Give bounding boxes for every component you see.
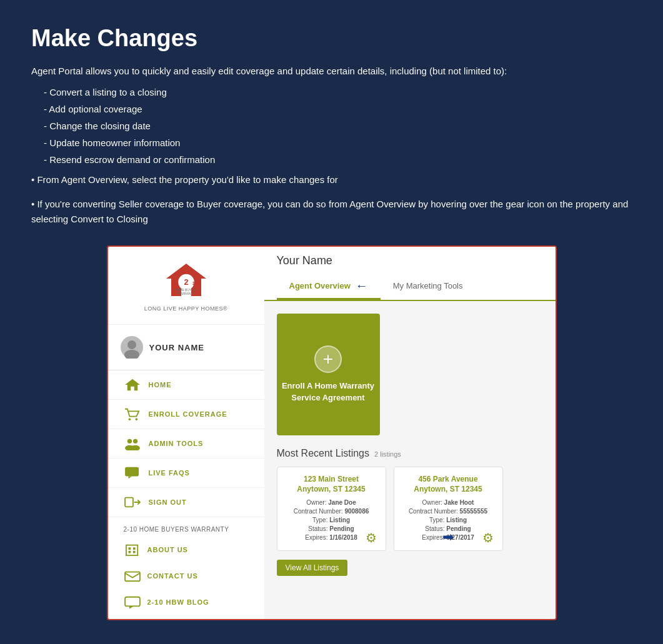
svg-point-11	[127, 439, 131, 443]
svg-marker-8	[125, 379, 140, 390]
arrow-right-icon: ➡	[442, 529, 454, 545]
bullet-item: - Change the closing date	[44, 117, 632, 134]
svg-point-6	[127, 340, 136, 349]
listing-card-1[interactable]: 123 Main Street Anytown, ST 12345 Owner:…	[277, 467, 386, 551]
tab-marketing[interactable]: My Marketing Tools	[381, 276, 476, 297]
listing-type-2: Type: Listing	[402, 517, 495, 523]
brand-section: 2-10 HOME BUYERS WARRANTY ABOUT US	[108, 517, 264, 619]
bullet-item: - Add optional coverage	[44, 101, 632, 117]
nav-label-faqs: LIVE FAQS	[149, 469, 190, 477]
listing-address-1: 123 Main Street Anytown, ST 12345	[285, 475, 378, 494]
listing-owner-2: Owner: Jake Hoot	[402, 499, 495, 506]
cart-icon	[124, 407, 141, 421]
tabs-row: Agent Overview ← My Marketing Tools	[277, 274, 543, 300]
nav-item-faqs[interactable]: LIVE FAQS	[108, 458, 264, 488]
people-icon	[124, 437, 141, 450]
enroll-card[interactable]: + Enroll A Home Warranty Service Agreeme…	[277, 314, 380, 435]
sidebar-link-label-blog: 2-10 HBW BLOG	[147, 598, 209, 606]
home-icon	[124, 378, 141, 392]
listing-address-2: 456 Park Avenue Anytown, ST 12345	[402, 475, 495, 494]
listing-expires-1: Expires: 1/16/2018	[285, 534, 378, 541]
gear-icon-1[interactable]: ⚙	[366, 530, 381, 545]
listing-type-1: Type: Listing	[285, 517, 378, 523]
sidebar-item-about[interactable]: ABOUT US	[124, 537, 249, 563]
svg-rect-18	[126, 545, 137, 556]
svg-rect-17	[125, 498, 133, 507]
comment-icon	[124, 595, 141, 609]
logo-area: 2 10 HOME BUYERS WARRANTY LONG LIVE HAPP…	[108, 247, 264, 325]
signout-icon	[124, 495, 141, 509]
nav-label-signout: SIGN OUT	[149, 498, 187, 506]
svg-rect-20	[132, 547, 135, 550]
listings-count: 2 listings	[374, 450, 401, 458]
bullet-item: - Convert a listing to a closing	[44, 84, 632, 101]
sidebar-link-label-about: ABOUT US	[147, 546, 188, 553]
view-all-button[interactable]: View All Listings	[277, 560, 348, 576]
svg-text:HOME BUYERS: HOME BUYERS	[175, 289, 197, 292]
svg-point-7	[124, 350, 139, 359]
gear-icon-2[interactable]: ⚙	[482, 530, 497, 545]
header-user-name: Your Name	[277, 254, 543, 267]
sidebar-link-label-contact: CONTACT US	[147, 572, 198, 580]
svg-text:WARRANTY: WARRANTY	[177, 292, 195, 295]
svg-marker-16	[128, 477, 132, 479]
screenshot-frame: 2 10 HOME BUYERS WARRANTY LONG LIVE HAPP…	[107, 245, 557, 620]
bullet-item: - Resend escrow demand or confirmation	[44, 151, 632, 168]
svg-rect-21	[128, 551, 131, 553]
sidebar-user-name: YOUR NAME	[149, 343, 204, 352]
listing-cards: 123 Main Street Anytown, ST 12345 Owner:…	[277, 467, 543, 551]
nav-item-home[interactable]: HOME	[108, 370, 264, 400]
chat-icon	[124, 466, 141, 480]
avatar	[121, 336, 143, 359]
nav-label-enroll: ENROLL COVERAGE	[149, 410, 227, 418]
brand-name: 2-10 HOME BUYERS WARRANTY	[124, 526, 249, 533]
tab-label-agent-overview: Agent Overview	[289, 281, 351, 290]
listing-card-2[interactable]: 456 Park Avenue Anytown, ST 12345 Owner:…	[394, 467, 503, 551]
tab-label-marketing: My Marketing Tools	[393, 281, 463, 290]
listing-contract-1: Contract Number: 9008086	[285, 508, 378, 515]
listings-title: Most Recent Listings	[277, 448, 370, 459]
bullet-list: - Convert a listing to a closing - Add o…	[44, 84, 632, 168]
nav-item-admin[interactable]: ADMIN TOOLS	[108, 429, 264, 458]
listing-owner-1: Owner: Jane Doe	[285, 499, 378, 506]
listing-contract-2: Contract Number: 55555555	[402, 508, 495, 515]
logo-tagline: LONG LIVE HAPPY HOMES®	[144, 305, 228, 312]
page-wrapper: Make Changes Agent Portal allows you to …	[0, 0, 663, 644]
envelope-icon	[124, 569, 141, 583]
sidebar-item-blog[interactable]: 2-10 HBW BLOG	[124, 589, 249, 615]
svg-rect-15	[125, 467, 139, 477]
main-body: + Enroll A Home Warranty Service Agreeme…	[264, 301, 556, 619]
page-title: Make Changes	[31, 25, 632, 52]
svg-rect-22	[132, 551, 135, 553]
nav-label-home: HOME	[149, 381, 172, 389]
building-icon	[124, 543, 141, 557]
nav-label-admin: ADMIN TOOLS	[149, 440, 204, 447]
svg-marker-25	[129, 606, 133, 608]
enroll-card-text: Enroll A Home Warranty Service Agreement	[277, 380, 380, 403]
user-icon	[121, 336, 143, 359]
svg-point-12	[132, 439, 137, 443]
svg-rect-19	[128, 547, 131, 550]
svg-point-10	[135, 418, 137, 420]
sidebar-item-contact[interactable]: CONTACT US	[124, 563, 249, 589]
bullet-item: - Update homeowner information	[44, 134, 632, 151]
sidebar: 2 10 HOME BUYERS WARRANTY LONG LIVE HAPP…	[108, 247, 264, 619]
tab-agent-overview[interactable]: Agent Overview ←	[277, 274, 381, 300]
enroll-plus-icon: +	[314, 345, 342, 373]
svg-point-9	[128, 418, 131, 420]
svg-text:2: 2	[184, 277, 188, 287]
nav-item-enroll[interactable]: ENROLL COVERAGE	[108, 400, 264, 429]
main-area: Your Name Agent Overview ← My Marketing …	[264, 247, 556, 619]
from-text: • From Agent Overview, select the proper…	[31, 173, 632, 187]
intro-text: Agent Portal allows you to quickly and e…	[31, 64, 632, 79]
user-section: YOUR NAME	[108, 325, 264, 370]
listing-arrow-icon: ➡	[442, 529, 454, 545]
svg-rect-23	[125, 572, 140, 582]
main-header: Your Name Agent Overview ← My Marketing …	[264, 247, 556, 301]
svg-text:10: 10	[192, 280, 197, 286]
note-text: • If you're converting Seller coverage t…	[31, 197, 632, 227]
nav-item-signout[interactable]: SIGN OUT	[108, 488, 264, 517]
logo-icon: 2 10 HOME BUYERS WARRANTY	[161, 259, 211, 303]
listing-status-1: Status: Pending	[285, 525, 378, 532]
tab-arrow-icon: ←	[356, 279, 368, 293]
